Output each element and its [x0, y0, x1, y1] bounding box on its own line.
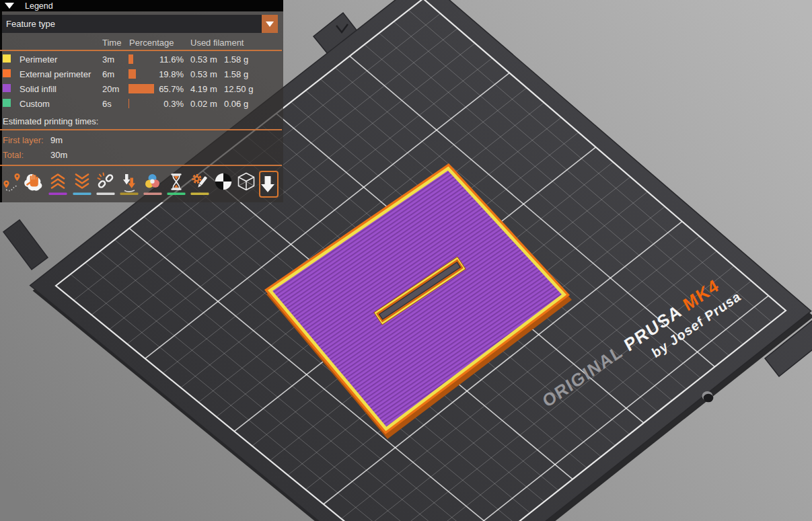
feature-used-meters: 0.53 m [190, 54, 217, 65]
feature-label: External perimeter [20, 69, 91, 79]
feature-row-perimeter: Perimeter3m11.6%0.53 m1.58 g [0, 52, 283, 67]
retractions-icon [48, 172, 67, 196]
collapse-triangle-icon[interactable] [5, 3, 14, 9]
feature-color-swatch [3, 54, 11, 63]
view-type-dropdown[interactable]: Feature type [2, 15, 262, 33]
chevron-down-icon [266, 22, 274, 27]
legend-toolbar [1, 169, 283, 201]
column-header-time: Time [102, 38, 121, 48]
feature-used-grams: 12.50 g [224, 84, 253, 94]
travels-icon [3, 172, 22, 196]
estimate-label: Total: [3, 150, 24, 160]
pause-prints-icon [167, 172, 186, 196]
percentage-bar [128, 84, 154, 93]
column-header-used-filament: Used filament [190, 38, 244, 48]
column-header-percentage: Percentage [129, 38, 174, 48]
toolbar-pause-prints-button[interactable] [167, 172, 186, 196]
feature-time: 6m [102, 69, 114, 79]
feature-percentage: 0.3% [151, 99, 184, 109]
shells-icon [237, 172, 256, 196]
feature-used-grams: 1.58 g [224, 69, 248, 79]
legend-header: Legend [0, 0, 283, 11]
feature-table: Perimeter3m11.6%0.53 m1.58 gExternal per… [0, 52, 283, 112]
tool-changes-icon [120, 172, 139, 196]
feature-color-swatch [3, 99, 11, 107]
toolbar-wipe-button[interactable] [24, 172, 43, 196]
separator-line [0, 129, 282, 130]
toolbar-travels-button[interactable] [3, 172, 22, 196]
feature-label: Perimeter [20, 54, 57, 65]
view-type-value: Feature type [6, 19, 55, 29]
custom-gcodes-icon [190, 172, 209, 196]
estimate-value: 9m [50, 135, 63, 145]
estimate-row-first-layer: First layer: 9m [0, 135, 283, 149]
estimate-value: 30m [50, 150, 67, 160]
toolbar-deretractions-button[interactable] [73, 172, 91, 196]
toolbar-color-changes-button[interactable] [143, 172, 162, 196]
feature-percentage: 65.7% [151, 84, 184, 94]
feature-time: 3m [102, 54, 114, 65]
feature-percentage: 11.6% [151, 54, 184, 65]
legend-title: Legend [25, 1, 53, 11]
toolbar-tool-changes-button[interactable] [120, 172, 139, 196]
percentage-bar [128, 69, 136, 79]
legend-panel: Legend Feature type Time Percentage Used… [0, 0, 283, 202]
estimated-times-title: Estimated printing times: [3, 116, 98, 126]
toolbar-shells-button[interactable] [237, 172, 256, 196]
deretractions-icon [73, 172, 91, 196]
feature-time: 6s [102, 99, 112, 109]
bed-screw-hole [704, 394, 714, 403]
separator-line [0, 165, 282, 166]
view-type-dropdown-button[interactable] [262, 15, 278, 33]
feature-time: 20m [102, 84, 119, 94]
feature-used-grams: 1.58 g [224, 54, 248, 65]
toolbar-center-of-gravity-button[interactable] [214, 172, 233, 196]
wipe-icon [24, 172, 43, 196]
feature-used-grams: 0.06 g [224, 99, 248, 109]
feature-color-swatch [3, 84, 11, 92]
percentage-bar [128, 54, 133, 64]
center-of-gravity-icon [214, 172, 233, 196]
toolbar-custom-gcodes-button[interactable] [190, 172, 209, 196]
feature-row-solid-infill: Solid infill20m65.7%4.19 m12.50 g [0, 82, 283, 97]
toolbar-seams-button[interactable] [96, 172, 115, 196]
feature-label: Solid infill [20, 84, 57, 94]
feature-percentage: 19.8% [151, 69, 184, 79]
estimate-row-total: Total: 30m [0, 150, 283, 163]
seams-icon [96, 172, 115, 196]
feature-used-meters: 4.19 m [190, 84, 217, 94]
toolbar-tool-marker-button[interactable] [259, 171, 279, 198]
feature-used-meters: 0.53 m [190, 69, 217, 79]
feature-row-custom: Custom6s0.3%0.02 m0.06 g [0, 97, 283, 112]
table-column-headers: Time Percentage Used filament [0, 38, 283, 50]
percentage-bar [128, 99, 129, 108]
feature-used-meters: 0.02 m [190, 99, 217, 109]
tool-marker-icon [261, 175, 277, 194]
feature-label: Custom [20, 99, 50, 109]
color-changes-icon [143, 172, 162, 196]
estimate-label: First layer: [3, 135, 44, 145]
feature-color-swatch [3, 69, 11, 77]
separator-line [0, 50, 282, 51]
feature-row-external-perimeter: External perimeter6m19.8%0.53 m1.58 g [0, 67, 283, 82]
toolbar-retractions-button[interactable] [48, 172, 67, 196]
